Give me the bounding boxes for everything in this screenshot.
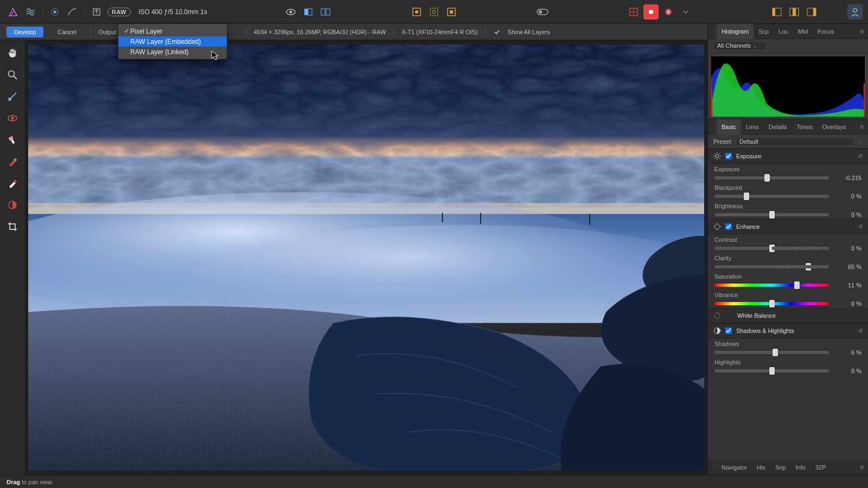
highlights-value[interactable]: 0 %	[833, 368, 861, 374]
saturation-value[interactable]: 11 %	[833, 282, 861, 288]
channel-select[interactable]: All Channels ⌄	[713, 41, 767, 50]
vibrance-value[interactable]: 0 %	[833, 300, 861, 307]
tab-focus[interactable]: Focus	[813, 24, 839, 39]
preset-select[interactable]: Default	[736, 137, 854, 146]
svg-rect-25	[793, 8, 796, 16]
sh-enable-checkbox[interactable]	[725, 328, 732, 334]
hand-tool-icon[interactable]	[5, 46, 20, 61]
mirror-compare-icon[interactable]	[318, 4, 333, 20]
reset-icon[interactable]: ↺	[858, 153, 863, 160]
tab-lens[interactable]: Lens	[741, 119, 764, 134]
account-icon[interactable]	[847, 4, 863, 20]
tab-tones[interactable]: Tones	[792, 119, 817, 134]
highlights-slider[interactable]	[714, 369, 829, 373]
right-panel: ⋮⋮ Histogram Scp Loc Mtd Focus ≡ All Cha…	[707, 24, 868, 475]
reset-icon[interactable]: ↺	[858, 223, 863, 230]
tab-info[interactable]: Info	[791, 460, 810, 475]
vibrance-slider[interactable]	[714, 302, 829, 305]
section-shadows-highlights[interactable]: Shadows & Highlights ↺	[708, 323, 868, 338]
panel-menu-icon[interactable]: ≡	[856, 464, 868, 471]
tab-snapshots[interactable]: Snp	[770, 460, 791, 475]
svg-rect-7	[321, 9, 325, 15]
tab-basic[interactable]: Basic	[717, 119, 741, 134]
contrast-slider[interactable]	[714, 247, 829, 250]
snap-icon[interactable]	[626, 4, 641, 20]
tab-32bit-preview[interactable]: 32P	[810, 460, 831, 475]
persona-export-icon[interactable]	[89, 4, 104, 20]
blackpoint-slider[interactable]	[714, 195, 829, 198]
section-white-balance[interactable]: White Balance	[708, 308, 868, 323]
brightness-slider[interactable]	[714, 213, 829, 216]
output-option-pixel[interactable]: ✓Pixel Layer	[118, 26, 227, 36]
show-all-layers-label[interactable]: Show All Layers	[508, 29, 550, 35]
brightness-value[interactable]: 0 %	[833, 211, 861, 218]
panel-left-icon[interactable]	[769, 4, 784, 20]
preset-menu-icon[interactable]: ⌄	[858, 138, 863, 145]
tab-history[interactable]: His	[752, 460, 770, 475]
red-eye-tool-icon[interactable]	[5, 111, 20, 126]
tab-scope[interactable]: Scp	[754, 24, 774, 39]
exposure-value[interactable]: -0.215	[833, 175, 861, 181]
panel-menu-icon[interactable]: ≡	[856, 28, 868, 35]
svg-line-58	[719, 153, 720, 155]
output-option-embedded[interactable]: RAW Layer (Embedded)	[118, 36, 227, 47]
enhance-enable-checkbox[interactable]	[725, 223, 732, 230]
white-balance-tool-icon[interactable]	[5, 89, 20, 104]
output-dropdown[interactable]: ✓Pixel Layer RAW Layer (Embedded) RAW La…	[118, 24, 227, 59]
persona-develop-icon[interactable]	[47, 4, 62, 20]
dropdown-icon[interactable]	[678, 4, 693, 20]
clarity-value[interactable]: 65 %	[833, 264, 861, 270]
tab-details[interactable]: Details	[764, 119, 792, 134]
split-compare-icon[interactable]	[301, 4, 316, 20]
tab-location[interactable]: Loc	[774, 24, 793, 39]
overlay-gradient-tool-icon[interactable]	[5, 197, 20, 213]
contrast-value[interactable]: 0 %	[833, 245, 861, 252]
clip-highlights-icon[interactable]	[426, 4, 442, 20]
clip-shadows-icon[interactable]	[409, 4, 424, 20]
crop-tool-icon[interactable]	[5, 219, 20, 234]
develop-button[interactable]: Develop	[7, 27, 43, 37]
shadows-slider[interactable]	[714, 351, 829, 354]
canvas[interactable]	[25, 40, 707, 475]
section-exposure[interactable]: Exposure ↺	[708, 149, 868, 164]
clarity-slider[interactable]	[714, 265, 829, 268]
sync-icon[interactable]	[535, 4, 550, 20]
overlay-erase-tool-icon[interactable]	[5, 176, 20, 191]
eye-icon[interactable]	[283, 4, 298, 20]
blackpoint-label: Blackpoint	[714, 184, 861, 191]
tool-strip	[0, 40, 25, 475]
exposure-enable-checkbox[interactable]	[725, 153, 732, 159]
panel-center-icon[interactable]	[787, 4, 802, 20]
overlay-paint-tool-icon[interactable]	[5, 154, 20, 169]
persona-liquify-icon[interactable]	[23, 4, 38, 20]
clip-tones-icon[interactable]	[444, 4, 459, 20]
panel-right-icon[interactable]	[804, 4, 819, 20]
drag-handle-icon[interactable]: ⋮⋮	[711, 28, 717, 34]
panel-menu-icon[interactable]: ≡	[856, 123, 868, 131]
exposure-slider[interactable]	[714, 176, 829, 179]
tab-metadata[interactable]: Mtd	[793, 24, 813, 39]
shadows-value[interactable]: 6 %	[833, 349, 861, 356]
drag-handle-icon[interactable]: ⋮⋮	[711, 124, 717, 130]
output-option-linked[interactable]: RAW Layer (Linked)	[118, 47, 227, 57]
record-icon[interactable]	[643, 4, 659, 20]
persona-tone-icon[interactable]	[65, 4, 80, 20]
tab-navigator[interactable]: Navigator	[717, 460, 752, 475]
tab-overlays[interactable]: Overlays	[818, 119, 851, 134]
saturation-slider[interactable]	[714, 284, 829, 287]
svg-line-56	[719, 158, 720, 159]
reset-icon[interactable]: ↺	[858, 328, 863, 335]
svg-line-30	[14, 76, 17, 80]
assist-icon[interactable]	[661, 4, 676, 20]
section-enhance[interactable]: Enhance ↺	[708, 219, 868, 234]
zoom-tool-icon[interactable]	[5, 67, 20, 82]
svg-rect-5	[304, 9, 308, 15]
cancel-button[interactable]: Cancel	[51, 27, 82, 37]
blackpoint-value[interactable]: 0 %	[833, 193, 861, 200]
tab-histogram[interactable]: Histogram	[717, 24, 754, 39]
svg-rect-6	[308, 9, 312, 15]
svg-point-1	[54, 10, 56, 13]
persona-photo-icon[interactable]	[5, 4, 21, 20]
drag-handle-icon[interactable]: ⋮⋮	[711, 464, 717, 470]
blemish-tool-icon[interactable]	[5, 132, 20, 147]
